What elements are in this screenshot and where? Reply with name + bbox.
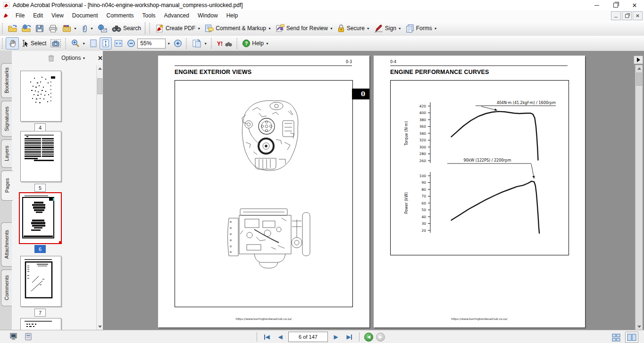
menu-tools[interactable]: Tools — [138, 11, 160, 20]
zoom-level-dropdown[interactable]: ▼ — [166, 39, 172, 48]
page-number-6-selected[interactable]: 6 — [34, 245, 46, 253]
document-status-icon[interactable] — [25, 333, 32, 341]
actual-size-button[interactable] — [87, 37, 100, 49]
organizer-button[interactable]: ▼ — [60, 23, 79, 34]
options-menu-button[interactable]: Options — [61, 55, 81, 61]
document-scrollbar[interactable] — [635, 65, 643, 330]
search-button[interactable]: Search — [109, 23, 143, 34]
comment-markup-button[interactable]: Comment & Markup ▼ — [202, 22, 273, 34]
zoom-level-input[interactable]: 55% — [137, 39, 166, 49]
print-button[interactable] — [46, 23, 60, 34]
last-page-button[interactable]: ▶ — [344, 332, 354, 342]
selection-handle[interactable] — [59, 241, 62, 244]
previous-page-icon: ◀ — [278, 334, 282, 340]
panel-scroll-up-button[interactable] — [97, 65, 103, 72]
acrobat-window: Adobe Acrobat Professional - [hino-n04c-… — [0, 0, 644, 343]
page-thumbnail-4[interactable] — [20, 71, 61, 122]
open-button[interactable] — [6, 23, 19, 34]
tab-signatures[interactable]: Signatures — [1, 101, 12, 137]
menu-view[interactable]: View — [47, 11, 68, 20]
email-button[interactable] — [95, 23, 109, 34]
fit-width-button[interactable] — [112, 37, 125, 49]
tab-bookmarks[interactable]: Bookmarks — [1, 63, 12, 98]
document-scroll-up-button[interactable] — [636, 65, 643, 72]
toolbar-grip[interactable] — [1, 38, 4, 49]
facing-pages-layout-button[interactable] — [625, 332, 638, 343]
tab-attachments[interactable]: Attachments — [1, 222, 12, 267]
document-scrollbar-thumb[interactable] — [636, 73, 642, 86]
menu-window[interactable]: Window — [193, 11, 222, 20]
close-button[interactable]: ✕ — [625, 0, 644, 10]
tab-pages[interactable]: Pages — [1, 171, 13, 201]
page-number-5[interactable]: 5 — [34, 184, 46, 192]
toolbar-grip[interactable] — [65, 38, 67, 49]
restore-button[interactable] — [606, 0, 625, 10]
document-minimize-button[interactable] — [611, 11, 621, 20]
toolbar-grip[interactable] — [236, 38, 238, 49]
show-hide-panel-button[interactable] — [634, 56, 643, 64]
select-tool-button[interactable]: Select — [19, 37, 48, 49]
send-for-review-button[interactable]: Send for Review ▼ — [273, 22, 335, 34]
view-toolbar: Select ▼ 55% ▼ ▼ — [0, 36, 644, 51]
hand-tool-button[interactable] — [6, 37, 19, 49]
delete-page-trash-icon[interactable] — [48, 55, 54, 62]
minimize-button[interactable] — [587, 0, 606, 10]
tab-layers[interactable]: Layers — [1, 139, 12, 168]
menu-advanced[interactable]: Advanced — [160, 11, 193, 20]
document-close-button[interactable]: ✕ — [633, 11, 643, 20]
tab-comments[interactable]: Comments — [1, 270, 12, 306]
yahoo-search-button[interactable]: Y! — [215, 38, 234, 49]
menu-file[interactable]: File — [11, 11, 29, 20]
create-pdf-button[interactable]: Create PDF ▼ — [153, 22, 202, 34]
zoom-tool-button[interactable]: ▼ — [69, 37, 87, 49]
open-web-page-button[interactable] — [19, 23, 33, 34]
right-page-footer-url[interactable]: https://www.barringtondieselclub.co.za/ — [374, 317, 585, 320]
previous-view-button[interactable]: ◀ — [364, 333, 373, 342]
left-page-footer-url[interactable]: https://www.barringtondieselclub.co.za/ — [158, 317, 369, 320]
toolbar-grip[interactable] — [185, 38, 188, 49]
page-number-7[interactable]: 7 — [34, 309, 46, 317]
menu-document[interactable]: Document — [68, 11, 102, 20]
menu-comments[interactable]: Comments — [102, 11, 138, 20]
continuous-facing-layout-button[interactable] — [610, 332, 622, 343]
document-scroll-down-button[interactable] — [636, 323, 643, 330]
panel-scrollbar[interactable] — [96, 65, 103, 330]
save-button[interactable] — [33, 23, 46, 34]
panel-scroll-down-button[interactable] — [97, 323, 103, 330]
page-thumbnail-8-partial[interactable] — [20, 318, 61, 330]
snapshot-tool-button[interactable] — [48, 37, 63, 49]
panel-scrollbar-thumb[interactable] — [97, 78, 102, 94]
attach-button[interactable]: ▼ — [79, 23, 95, 34]
toolbar-grip[interactable] — [210, 38, 213, 49]
thumbnail-6-preview — [20, 193, 59, 241]
page-thumbnail-5[interactable] — [20, 131, 61, 182]
preferences-status-icon[interactable] — [9, 333, 18, 341]
forms-icon — [405, 24, 415, 33]
fit-page-button[interactable] — [100, 37, 112, 49]
previous-page-button[interactable]: ◀ — [275, 332, 285, 342]
page-indicator-input[interactable]: 6 of 147 — [288, 332, 328, 342]
secure-button[interactable]: Secure ▼ — [335, 22, 372, 34]
restore-icon — [625, 14, 629, 18]
next-view-button[interactable]: ▶ — [376, 333, 385, 342]
toolbar-grip[interactable] — [149, 23, 151, 33]
page-display-button[interactable]: ▼ — [190, 37, 209, 49]
first-page-button[interactable]: ◀ — [262, 332, 272, 342]
forms-button[interactable]: Forms ▼ — [403, 22, 439, 34]
fit-page-icon — [101, 39, 110, 48]
sign-button[interactable]: Sign ▼ — [372, 22, 403, 34]
menu-edit[interactable]: Edit — [29, 11, 47, 20]
page-number-4[interactable]: 4 — [34, 123, 46, 131]
next-page-button[interactable]: ▶ — [331, 332, 341, 342]
pdf-page-right[interactable]: 0-4 ENGINE PERFORMANCE CURVES 2602803003… — [374, 56, 585, 327]
page-thumbnail-7[interactable] — [20, 256, 61, 307]
page-thumbnail-6-selected[interactable] — [19, 192, 62, 244]
toolbar-grip[interactable] — [1, 23, 4, 33]
zoom-out-button[interactable] — [125, 38, 137, 49]
help-button[interactable]: ? Help ▼ — [240, 38, 271, 49]
document-restore-button[interactable] — [622, 11, 632, 20]
pdf-page-left[interactable]: 0-3 ENGINE EXTERIOR VIEWS — [158, 56, 369, 327]
zoom-in-button[interactable] — [172, 38, 184, 49]
menu-help[interactable]: Help — [222, 11, 243, 20]
panel-close-button[interactable]: ✕ — [98, 55, 103, 62]
